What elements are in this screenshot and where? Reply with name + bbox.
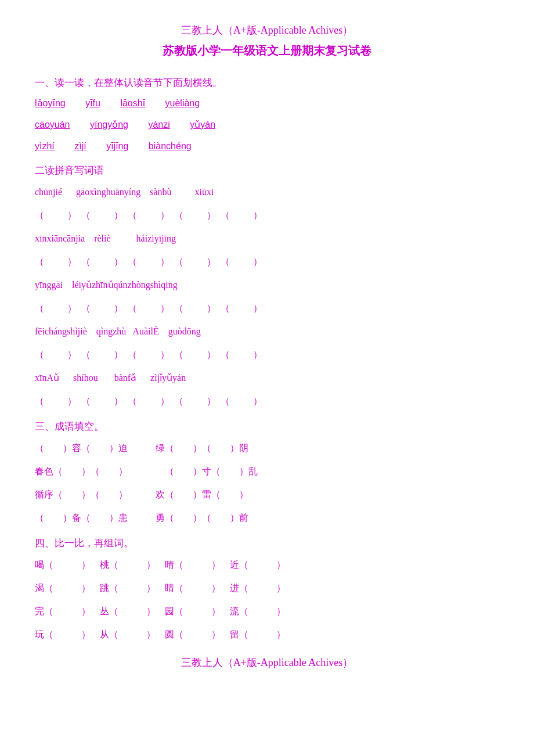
- pinyin-word: yǔyán: [190, 117, 215, 134]
- section2-pinyin-row1: chūnjié gāoxìnghuānyíng sànbù xiūxi: [35, 183, 499, 201]
- section2-pinyin-row5: xīnAǔ shíhou bànfǎ zìjǐyǔyán: [35, 369, 499, 387]
- section4-title: 四、比一比，再组词。: [35, 537, 499, 550]
- section3-row1: （ ）容（ ）迫 绿（ ）（ ）阴: [35, 439, 499, 458]
- pinyin-word: yīfu: [85, 95, 100, 112]
- pinyin-word: lāoshī: [120, 95, 145, 112]
- section2-pinyin-row3: yīnggāi léiyǔzhīnǔqúnzhòngshìqing: [35, 276, 499, 294]
- pinyin-word: yīngyǒng: [90, 117, 128, 134]
- pinyin-word: yànzi: [148, 117, 169, 134]
- section4-row1: 喝（ ） 桃（ ） 晴（ ） 近（ ）: [35, 556, 499, 574]
- section1-row3: yìzhí zìjí yījīng biànchéng: [35, 138, 499, 155]
- pinyin-word: biànchéng: [149, 138, 192, 155]
- section2-bracket-row4: （ ） （ ） （ ） （ ） （ ）: [35, 345, 499, 364]
- section1-title: 一、读一读，在整体认读音节下面划横线。: [35, 76, 499, 89]
- section2-bracket-row1: （ ） （ ） （ ） （ ） （ ）: [35, 206, 499, 225]
- pinyin-word: yījīng: [106, 138, 128, 155]
- section1-row1: lǎoyīng yīfu lāoshī yuèliàng: [35, 95, 499, 112]
- section4-row2: 渴（ ） 跳（ ） 睛（ ） 进（ ）: [35, 579, 499, 597]
- section2-bracket-row5: （ ） （ ） （ ） （ ） （ ）: [35, 392, 499, 411]
- section3-row4: （ ）备（ ）患 勇（ ）（ ）前: [35, 509, 499, 527]
- pinyin-word: yuèliàng: [165, 95, 200, 112]
- page-container: 三教上人（A+版-Applicable Achives） 苏教版小学一年级语文上…: [35, 23, 499, 669]
- pinyin-word: zìjí: [74, 138, 86, 155]
- pinyin-word: lǎoyīng: [35, 95, 66, 112]
- section3-row2: 春色（ ）（ ） （ ）寸（ ）乱: [35, 462, 499, 481]
- section3-title: 三、成语填空。: [35, 420, 499, 433]
- section2-pinyin-row2: xīnxiāncānjia rèliè háiziyījīng: [35, 229, 499, 248]
- section1: 一、读一读，在整体认读音节下面划横线。 lǎoyīng yīfu lāoshī …: [35, 76, 499, 154]
- section2-bracket-row3: （ ） （ ） （ ） （ ） （ ）: [35, 299, 499, 318]
- section2-pinyin-row4: fēichángshìjiè qìngzhù AuàilÈ guòdōng: [35, 322, 499, 341]
- section2-bracket-row2: （ ） （ ） （ ） （ ） （ ）: [35, 253, 499, 271]
- section1-row2: cāoyuán yīngyǒng yànzi yǔyán: [35, 117, 499, 134]
- main-title: 苏教版小学一年级语文上册期末复习试卷: [35, 43, 499, 59]
- section3: 三、成语填空。 （ ）容（ ）迫 绿（ ）（ ）阴 春色（ ）（ ） （ ）寸（…: [35, 420, 499, 527]
- section2-title: 二读拼音写词语: [35, 164, 499, 177]
- pinyin-word: cāoyuán: [35, 117, 70, 134]
- section2: 二读拼音写词语 chūnjié gāoxìnghuānyíng sànbù xi…: [35, 164, 499, 411]
- section3-row3: 循序（ ）（ ） 欢（ ）雷（ ）: [35, 485, 499, 504]
- header-top-title: 三教上人（A+版-Applicable Achives）: [35, 23, 499, 37]
- section4-row4: 玩（ ） 从（ ） 圆（ ） 留（ ）: [35, 625, 499, 644]
- section4: 四、比一比，再组词。 喝（ ） 桃（ ） 晴（ ） 近（ ） 渴（ ） 跳（ ）…: [35, 537, 499, 644]
- pinyin-word: yìzhí: [35, 138, 55, 155]
- footer-title: 三教上人（A+版-Applicable Achives）: [35, 656, 499, 669]
- section4-row3: 完（ ） 丛（ ） 园（ ） 流（ ）: [35, 602, 499, 621]
